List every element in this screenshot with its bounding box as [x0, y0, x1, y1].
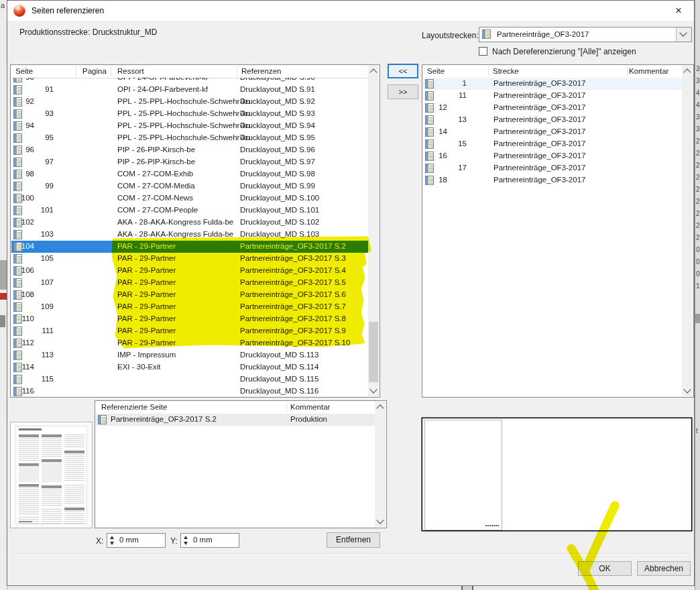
page-number: 115: [11, 375, 54, 383]
table-row[interactable]: 16Partnereinträge_OF3-2017: [423, 150, 682, 162]
sliver-digit: 3: [696, 65, 700, 72]
table-row[interactable]: 18Partnereinträge_OF3-2017: [423, 174, 682, 186]
table-row[interactable]: 105PAR - 29-PartnerPartnereinträge_OF3-2…: [11, 253, 368, 265]
scroll-down-arrow[interactable]: [682, 386, 693, 396]
table-row[interactable]: 115Drucklayout_MD S.115: [11, 373, 368, 386]
scroll-down-arrow[interactable]: [368, 386, 379, 396]
page-number: 100: [11, 194, 34, 202]
column-header-referenzierte-seite[interactable]: Referenzierte Seite: [101, 403, 167, 411]
scrollbar-vertical[interactable]: [375, 402, 386, 527]
table-row[interactable]: 116Drucklayout_MD S.116: [11, 386, 368, 396]
layoutstrecken-label: Layoutstrecken:: [422, 31, 479, 40]
close-icon[interactable]: ×: [668, 3, 689, 18]
move-left-button[interactable]: <<: [388, 64, 418, 78]
column-header-seite[interactable]: Seite: [15, 67, 33, 75]
column-header-kommentar[interactable]: Kommentar: [290, 403, 330, 411]
table-row[interactable]: 1Partnereinträge_OF3-2017: [423, 78, 682, 90]
table-row[interactable]: 94PPL - 25-PPL-Hochschule-Schwehr-kuDruc…: [11, 120, 368, 132]
sliver-digit: 3: [696, 125, 700, 133]
scrollbar-thumb[interactable]: [369, 322, 378, 382]
scroll-up-arrow[interactable]: [682, 66, 693, 76]
table-row[interactable]: 107PAR - 29-PartnerPartnereinträge_OF3-2…: [11, 277, 368, 289]
spinner-arrows-icon[interactable]: [182, 534, 190, 546]
strecke-cell: Partnereinträge_OF3-2017: [493, 91, 585, 99]
table-row[interactable]: Partnereinträge_OF3-2017 S.2Produktion: [96, 414, 375, 426]
referenz-cell: Drucklayout_MD S.93: [240, 109, 315, 117]
scrollbar-vertical[interactable]: [682, 66, 693, 396]
page-number: 98: [11, 170, 34, 178]
table-row[interactable]: 92PPL - 25-PPL-Hochschule-Schwehr-kuDruc…: [11, 96, 368, 108]
column-header-pagina[interactable]: Pagina: [82, 67, 107, 75]
table-row[interactable]: 112PAR - 29-PartnerPartnereinträge_OF3-2…: [11, 337, 368, 349]
ressort-cell: PPL - 25-PPL-Hochschule-Schwehr-ku: [117, 133, 250, 141]
page-number: 96: [11, 145, 34, 154]
sliver-digit: 2: [696, 222, 700, 229]
ressort-cell: PAR - 29-Partner: [117, 314, 176, 322]
table-row[interactable]: 17Partnereinträge_OF3-2017: [423, 162, 682, 174]
scroll-down-arrow[interactable]: [375, 516, 386, 527]
sliver-red-block: [0, 293, 7, 300]
table-row[interactable]: 99COM - 27-COM-MediaDrucklayout_MD S.99: [11, 180, 368, 192]
referenz-cell: Partnereinträge_OF3-2017 S.9: [240, 327, 346, 335]
table-row[interactable]: 11Partnereinträge_OF3-2017: [423, 90, 682, 102]
table-row[interactable]: 103AKA - 28-AKA-Kongress Fulda-beDruckla…: [11, 229, 368, 241]
layoutstrecken-combobox[interactable]: Partnereinträge_OF3-2017: [479, 27, 692, 42]
x-offset-value[interactable]: 0 mm: [119, 536, 139, 544]
scroll-up-arrow[interactable]: [368, 66, 379, 76]
table-row[interactable]: 106PAR - 29-PartnerPartnereinträge_OF3-2…: [11, 265, 368, 277]
table-row[interactable]: 110PAR - 29-PartnerPartnereinträge_OF3-2…: [11, 313, 368, 325]
strecke-cell: Partnereinträge_OF3-2017: [493, 139, 585, 148]
table-row[interactable]: 91OPI - 24-OPI-Farbevent-kfDrucklayout_M…: [11, 84, 368, 96]
ressort-cell: PPL - 25-PPL-Hochschule-Schwehr-ku: [117, 97, 250, 105]
ressort-cell: COM - 27-COM-People: [117, 206, 198, 214]
dereferenzierung-checkbox[interactable]: [479, 47, 487, 56]
spinner-arrows-icon[interactable]: [109, 534, 117, 546]
table-row[interactable]: 15Partnereinträge_OF3-2017: [423, 138, 682, 150]
x-offset-spinner[interactable]: 0 mm: [107, 533, 166, 548]
table-row[interactable]: 12Partnereinträge_OF3-2017: [423, 102, 682, 114]
scroll-up-arrow[interactable]: [375, 402, 386, 412]
ressort-cell: OPI - 24-OPI-Farbevent-kf: [117, 85, 208, 93]
table-row[interactable]: 13Partnereinträge_OF3-2017: [423, 114, 682, 126]
table-row[interactable]: 104PAR - 29-PartnerPartnereinträge_OF3-2…: [11, 241, 368, 253]
chevron-down-icon[interactable]: [676, 27, 691, 42]
table-row[interactable]: 109PAR - 29-PartnerPartnereinträge_OF3-2…: [11, 301, 368, 313]
page-number: 92: [11, 97, 34, 105]
column-header-kommentar[interactable]: Kommentar: [629, 67, 668, 75]
table-row[interactable]: 95PPL - 25-PPL-Hochschule-Schwehr-kuDruc…: [11, 132, 368, 144]
table-row[interactable]: 114EXI - 30-ExitDrucklayout_MD S.114: [11, 361, 368, 373]
page-number: 116: [11, 387, 34, 395]
table-row[interactable]: 113IMP - ImpressumDrucklayout_MD S.113: [11, 349, 368, 361]
y-offset-spinner[interactable]: 0 mm: [180, 533, 239, 548]
table-row[interactable]: 108PAR - 29-PartnerPartnereinträge_OF3-2…: [11, 289, 368, 301]
page-number: 13: [423, 115, 467, 123]
table-row[interactable]: 96PIP - 26-PIP-Kirsch-beDrucklayout_MD S…: [11, 144, 368, 156]
table-row[interactable]: 14Partnereinträge_OF3-2017: [423, 126, 682, 138]
scrollbar-vertical[interactable]: [368, 66, 379, 396]
referenz-cell: Drucklayout_MD S.101: [240, 206, 319, 214]
sliver-digit: 0: [696, 258, 700, 266]
table-row[interactable]: 98COM - 27-COM-ExhibDrucklayout_MD S.98: [11, 168, 368, 180]
preview-page: [424, 420, 502, 530]
strecke-cell: Partnereinträge_OF3-2017: [493, 103, 585, 111]
ressort-cell: COM - 27-COM-News: [117, 194, 193, 202]
table-row[interactable]: 90OPI - 24-OPI-Farbevent-kfDrucklayout_M…: [11, 78, 368, 84]
table-row[interactable]: 101COM - 27-COM-PeopleDrucklayout_MD S.1…: [11, 204, 368, 217]
table-row[interactable]: 97PIP - 26-PIP-Kirsch-beDrucklayout_MD S…: [11, 156, 368, 168]
column-header-referenzen[interactable]: Referenzen: [241, 67, 281, 75]
y-offset-value[interactable]: 0 mm: [193, 536, 213, 544]
table-row[interactable]: 100COM - 27-COM-NewsDrucklayout_MD S.100: [11, 192, 368, 204]
ok-button[interactable]: OK: [578, 561, 632, 576]
move-right-button[interactable]: >>: [388, 84, 418, 99]
table-row[interactable]: 102AKA - 28-AKA-Kongress Fulda-beDruckla…: [11, 217, 368, 229]
table-row[interactable]: 111PAR - 29-PartnerPartnereinträge_OF3-2…: [11, 325, 368, 337]
table-row[interactable]: 93PPL - 25-PPL-Hochschule-Schwehr-kuDruc…: [11, 108, 368, 120]
column-header-seite[interactable]: Seite: [427, 67, 445, 75]
column-header-strecke[interactable]: Strecke: [493, 67, 519, 75]
title-bar[interactable]: Seiten referenzieren ×: [7, 1, 694, 21]
entfernen-button[interactable]: Entfernen: [327, 532, 380, 548]
sliver-text: a: [1, 1, 5, 9]
abbrechen-button[interactable]: Abbrechen: [637, 561, 691, 576]
page-number: 99: [11, 182, 54, 190]
column-header-ressort[interactable]: Ressort: [117, 67, 144, 75]
